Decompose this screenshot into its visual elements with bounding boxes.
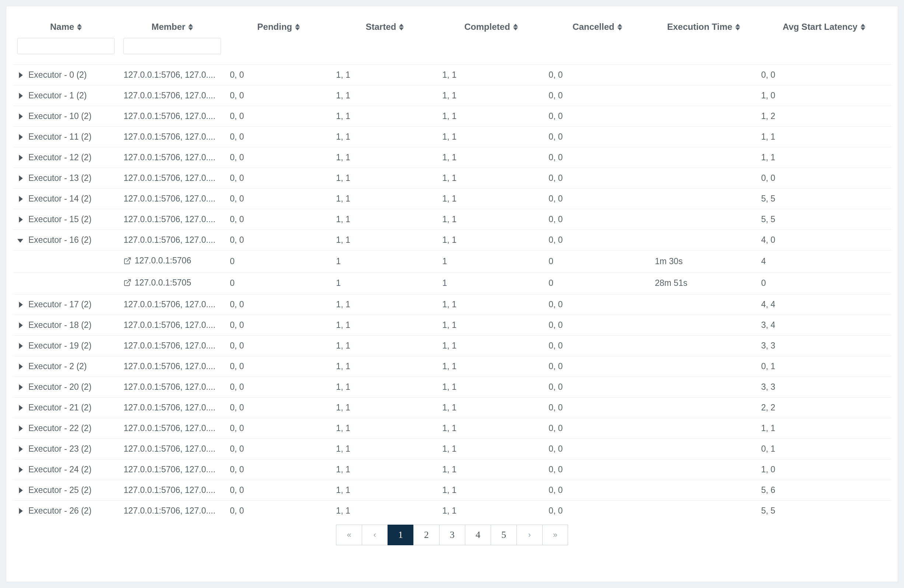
caret-right-icon[interactable] [17, 467, 23, 473]
row-latency: 0, 0 [757, 168, 891, 189]
row-started: 1, 1 [332, 459, 438, 480]
child-pending: 0 [226, 272, 332, 294]
column-header-name[interactable]: Name [13, 15, 119, 36]
row-member: 127.0.0.1:5706, 127.0.... [119, 106, 225, 127]
caret-right-icon[interactable] [17, 446, 23, 452]
row-pending: 0, 0 [226, 85, 332, 106]
filter-input-name[interactable] [17, 38, 115, 54]
row-completed: 1, 1 [438, 315, 544, 336]
caret-right-icon[interactable] [17, 302, 23, 308]
member-link[interactable]: 127.0.0.1:5706 [123, 256, 191, 266]
caret-right-icon[interactable] [17, 487, 23, 493]
caret-right-icon[interactable] [17, 72, 23, 78]
caret-right-icon[interactable] [17, 508, 23, 514]
caret-right-icon[interactable] [17, 175, 23, 181]
page-prev-button[interactable]: ‹ [362, 525, 387, 545]
row-cancelled: 0, 0 [544, 398, 650, 418]
row-latency: 4, 0 [757, 230, 891, 251]
row-pending: 0, 0 [226, 377, 332, 398]
row-pending: 0, 0 [226, 127, 332, 147]
column-header-label: Started [366, 22, 397, 32]
row-completed: 1, 1 [438, 439, 544, 459]
row-name: Executor - 13 (2) [28, 173, 92, 183]
row-started: 1, 1 [332, 189, 438, 209]
executors-table: NameMemberPendingStartedCompletedCancell… [13, 15, 891, 521]
caret-right-icon[interactable] [17, 384, 23, 390]
row-completed: 1, 1 [438, 230, 544, 251]
row-started: 1, 1 [332, 439, 438, 459]
page-first-button[interactable]: « [336, 525, 362, 545]
row-cancelled: 0, 0 [544, 209, 650, 230]
table-row: Executor - 11 (2)127.0.0.1:5706, 127.0..… [13, 127, 891, 147]
column-header-label: Pending [257, 22, 292, 32]
filter-input-member[interactable] [123, 38, 221, 54]
page-last-button[interactable]: » [542, 525, 568, 545]
sort-icon [513, 24, 518, 31]
row-pending: 0, 0 [226, 189, 332, 209]
sort-icon [861, 24, 865, 31]
row-latency: 3, 3 [757, 336, 891, 356]
page-button-5[interactable]: 5 [491, 525, 517, 545]
caret-right-icon[interactable] [17, 425, 23, 432]
row-exec [651, 480, 757, 501]
table-filter-row [13, 36, 891, 65]
row-name: Executor - 12 (2) [28, 153, 92, 163]
table-row: Executor - 25 (2)127.0.0.1:5706, 127.0..… [13, 480, 891, 501]
child-completed: 1 [438, 272, 544, 294]
child-latency: 4 [757, 251, 891, 273]
page-button-4[interactable]: 4 [465, 525, 491, 545]
row-member: 127.0.0.1:5706, 127.0.... [119, 65, 225, 85]
row-name: Executor - 20 (2) [28, 382, 92, 392]
row-member: 127.0.0.1:5706, 127.0.... [119, 168, 225, 189]
member-link[interactable]: 127.0.0.1:5705 [123, 278, 191, 288]
column-header-exec[interactable]: Execution Time [651, 15, 757, 36]
row-pending: 0, 0 [226, 294, 332, 315]
column-header-pending[interactable]: Pending [226, 15, 332, 36]
caret-down-icon[interactable] [17, 237, 23, 243]
row-started: 1, 1 [332, 85, 438, 106]
child-pending: 0 [226, 251, 332, 273]
column-header-started[interactable]: Started [332, 15, 438, 36]
page-button-2[interactable]: 2 [413, 525, 439, 545]
row-started: 1, 1 [332, 377, 438, 398]
row-member: 127.0.0.1:5706, 127.0.... [119, 209, 225, 230]
row-exec [651, 398, 757, 418]
page-button-3[interactable]: 3 [439, 525, 465, 545]
sort-icon [188, 24, 193, 31]
caret-right-icon[interactable] [17, 322, 23, 328]
row-latency: 1, 1 [757, 418, 891, 439]
caret-right-icon[interactable] [17, 217, 23, 223]
row-name: Executor - 2 (2) [28, 361, 87, 371]
row-cancelled: 0, 0 [544, 230, 650, 251]
table-header-row: NameMemberPendingStartedCompletedCancell… [13, 15, 891, 36]
row-name: Executor - 18 (2) [28, 320, 92, 330]
row-latency: 3, 3 [757, 377, 891, 398]
row-latency: 1, 2 [757, 106, 891, 127]
row-started: 1, 1 [332, 418, 438, 439]
caret-right-icon[interactable] [17, 134, 23, 140]
caret-right-icon[interactable] [17, 343, 23, 349]
caret-right-icon[interactable] [17, 364, 23, 370]
table-row: Executor - 18 (2)127.0.0.1:5706, 127.0..… [13, 315, 891, 336]
row-exec [651, 85, 757, 106]
row-exec [651, 315, 757, 336]
svg-line-1 [127, 280, 131, 283]
row-member: 127.0.0.1:5706, 127.0.... [119, 459, 225, 480]
column-header-cancelled[interactable]: Cancelled [544, 15, 650, 36]
caret-right-icon[interactable] [17, 114, 23, 119]
row-completed: 1, 1 [438, 168, 544, 189]
caret-right-icon[interactable] [17, 155, 23, 161]
row-completed: 1, 1 [438, 336, 544, 356]
caret-right-icon[interactable] [17, 93, 23, 99]
column-header-latency[interactable]: Avg Start Latency [757, 15, 891, 36]
table-row: Executor - 24 (2)127.0.0.1:5706, 127.0..… [13, 459, 891, 480]
page-next-button[interactable]: › [517, 525, 542, 545]
page-button-1[interactable]: 1 [387, 525, 413, 545]
column-header-label: Avg Start Latency [783, 22, 858, 32]
caret-right-icon[interactable] [17, 405, 23, 411]
column-header-member[interactable]: Member [119, 15, 225, 36]
column-header-completed[interactable]: Completed [438, 15, 544, 36]
row-cancelled: 0, 0 [544, 501, 650, 521]
caret-right-icon[interactable] [17, 196, 23, 202]
row-name: Executor - 14 (2) [28, 194, 92, 204]
